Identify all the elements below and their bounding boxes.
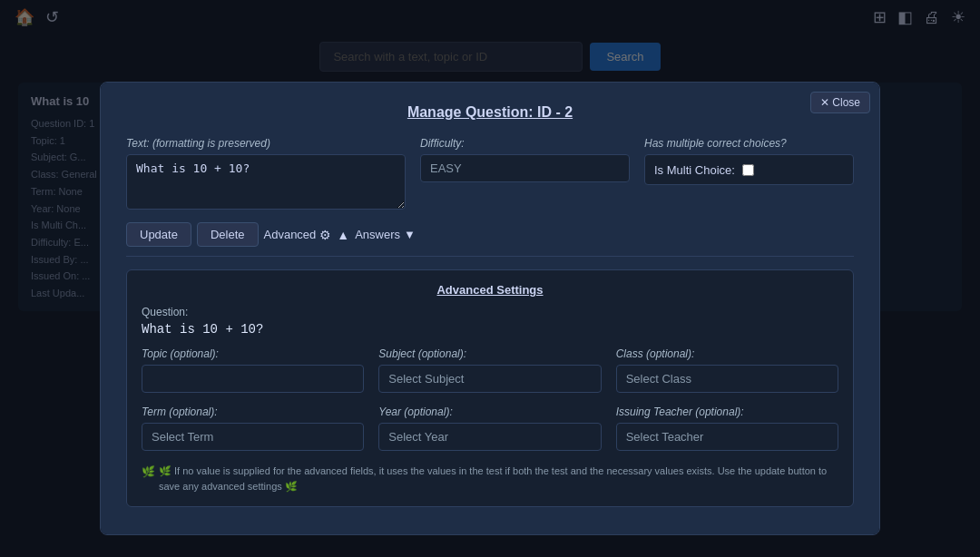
modal-overlay: ✕ Close Manage Question: ID - 2 Text: (f… — [0, 0, 980, 557]
modal: ✕ Close Manage Question: ID - 2 Text: (f… — [100, 82, 880, 535]
form-row-advanced-1: Topic (optional): Arithmetics Subject (o… — [142, 347, 838, 393]
form-row-1: Text: (formatting is preserved) What is … — [126, 137, 854, 210]
close-button[interactable]: ✕ Close — [810, 92, 870, 113]
answers-button[interactable]: Answers ▼ — [355, 228, 416, 241]
update-button[interactable]: Update — [126, 222, 191, 247]
subject-select[interactable]: Select Subject — [378, 365, 601, 393]
difficulty-group: Difficulty: EASY MEDIUM HARD — [420, 137, 630, 210]
difficulty-label: Difficulty: — [420, 137, 630, 150]
class-select[interactable]: Select Class — [616, 365, 838, 393]
question-label: Question: — [142, 306, 838, 318]
term-select[interactable]: Select Term — [142, 423, 364, 451]
year-group: Year (optional): Select Year — [378, 406, 601, 451]
multi-choice-group: Has multiple correct choices? Is Multi C… — [644, 137, 854, 210]
advanced-panel: Advanced Settings Question: What is 10 +… — [126, 269, 854, 507]
topic-label: Topic (optional): — [142, 347, 364, 360]
is-multi-label: Is Multi Choice: — [654, 163, 735, 177]
text-input[interactable]: What is 10 + 10? — [126, 154, 406, 210]
topic-group: Topic (optional): Arithmetics — [142, 347, 364, 393]
form-row-advanced-2: Term (optional): Select Term Year (optio… — [142, 406, 838, 451]
modal-title: Manage Question: ID - 2 — [126, 104, 854, 121]
difficulty-select[interactable]: EASY MEDIUM HARD — [420, 154, 630, 182]
text-group: Text: (formatting is preserved) What is … — [126, 137, 406, 210]
year-select[interactable]: Select Year — [378, 423, 601, 451]
advanced-note: 🌿 🌿 If no value is supplied for the adva… — [142, 464, 838, 493]
multi-choice-inner: Is Multi Choice: — [644, 154, 854, 185]
advanced-toggle[interactable]: Advanced ⚙ ▲ — [264, 228, 350, 242]
note-text: 🌿 If no value is supplied for the advanc… — [159, 464, 838, 493]
term-group: Term (optional): Select Term — [142, 406, 364, 451]
topic-input[interactable]: Arithmetics — [142, 365, 364, 393]
teacher-label: Issuing Teacher (optional): — [616, 406, 838, 418]
chevron-up-icon: ▲ — [337, 228, 349, 242]
text-label: Text: (formatting is preserved) — [126, 137, 406, 150]
teacher-group: Issuing Teacher (optional): Select Teach… — [616, 406, 838, 451]
advanced-label: Advanced — [264, 228, 317, 241]
chevron-down-icon: ▼ — [404, 228, 416, 241]
note-emoji-left: 🌿 — [142, 464, 155, 480]
class-label: Class (optional): — [616, 347, 838, 360]
has-multiple-label: Has multiple correct choices? — [644, 137, 854, 150]
term-label: Term (optional): — [142, 406, 364, 418]
gear-icon: ⚙ — [319, 228, 331, 242]
delete-button[interactable]: Delete — [197, 222, 259, 247]
subject-label: Subject (optional): — [378, 347, 601, 360]
year-label: Year (optional): — [378, 406, 601, 418]
subject-group: Subject (optional): Select Subject — [378, 347, 601, 393]
toolbar: Update Delete Advanced ⚙ ▲ Answers ▼ — [126, 222, 854, 257]
question-text: What is 10 + 10? — [142, 322, 838, 337]
teacher-select[interactable]: Select Teacher — [616, 423, 838, 451]
class-group: Class (optional): Select Class — [616, 347, 838, 393]
is-multi-checkbox[interactable] — [742, 164, 754, 176]
advanced-settings-title: Advanced Settings — [142, 283, 838, 297]
answers-label: Answers — [355, 228, 400, 241]
